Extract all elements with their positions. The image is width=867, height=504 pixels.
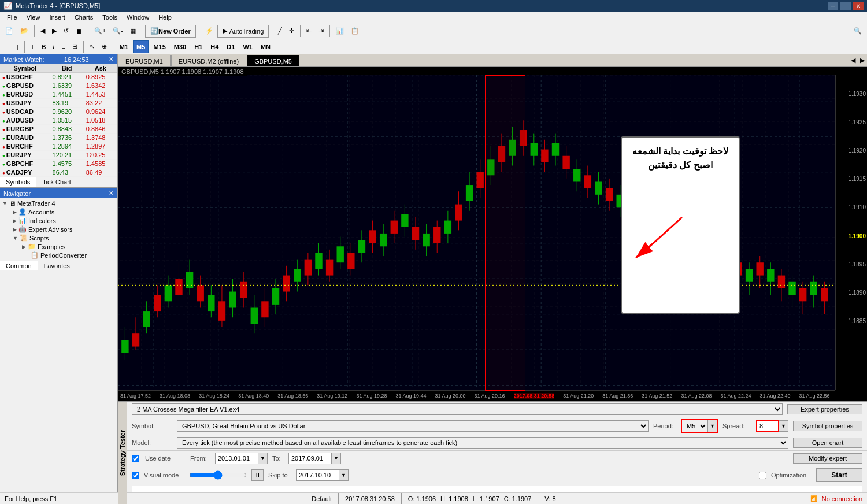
period-m15[interactable]: M15 [150, 40, 169, 53]
chart-tab-eurusd-m1[interactable]: EURUSD,M1 [118, 55, 171, 66]
visual-speed-slider[interactable] [189, 470, 247, 480]
period-mn[interactable]: MN [257, 40, 274, 53]
period-m5[interactable]: M5 [133, 40, 149, 53]
refresh-btn[interactable]: ↺ [61, 25, 72, 38]
symbol-properties-btn[interactable]: Symbol properties [793, 421, 862, 431]
tab-symbols[interactable]: Symbols [0, 177, 36, 187]
chart-type-btn[interactable]: ▦ [127, 25, 139, 38]
spread-dropdown-btn[interactable]: ▼ [779, 420, 788, 432]
to-date-input[interactable] [288, 453, 332, 464]
menu-view[interactable]: View [22, 13, 45, 22]
nav-tab-common[interactable]: Common [0, 261, 38, 270]
nav-tab-favorites[interactable]: Favorites [38, 261, 76, 270]
tool6[interactable]: ⊞ [69, 40, 80, 53]
optimization-checkbox[interactable] [759, 472, 766, 479]
market-watch-row[interactable]: ●EURGBP 0.8843 0.8846 [0, 125, 117, 134]
close-market-watch-btn[interactable]: ✕ [109, 55, 114, 63]
skip-to-btn[interactable]: ▼ [339, 469, 349, 481]
vline-tool[interactable]: | [14, 40, 21, 53]
visual-mode-checkbox[interactable] [132, 472, 139, 479]
chart-scroll-right[interactable]: ⇥ [316, 25, 327, 38]
search-btn[interactable]: 🔍 [851, 25, 865, 38]
symbol-select[interactable]: GBPUSD, Great Britain Pound vs US Dollar [177, 420, 649, 432]
nav-examples[interactable]: ▶ 📁 Examples [1, 242, 116, 251]
period-m1[interactable]: M1 [116, 40, 132, 53]
use-date-checkbox[interactable] [132, 455, 139, 462]
zoom-in-btn[interactable]: 🔍+ [91, 25, 109, 38]
menu-file[interactable]: File [2, 13, 22, 22]
period-dropdown-btn[interactable]: ▼ [707, 420, 717, 432]
menu-insert[interactable]: Insert [45, 13, 70, 22]
menu-charts[interactable]: Charts [70, 13, 98, 22]
bold-tool[interactable]: B [38, 40, 49, 53]
line-btn[interactable]: ╱ [275, 25, 285, 38]
from-date-input[interactable] [215, 453, 258, 464]
market-watch-row[interactable]: ●AUDUSD 1.0515 1.0518 [0, 116, 117, 125]
nav-period-converter[interactable]: 📋 PeriodConverter [1, 251, 116, 260]
nav-accounts[interactable]: ▶ 👤 Accounts [1, 207, 116, 216]
chart-scroll-left[interactable]: ⇤ [303, 25, 314, 38]
tool5[interactable]: ≡ [58, 40, 68, 53]
to-date-btn[interactable]: ▼ [332, 453, 341, 464]
template-btn[interactable]: 📋 [348, 25, 362, 38]
period-m30[interactable]: M30 [171, 40, 190, 53]
chart-scroll-left-btn[interactable]: ◀ [849, 54, 858, 66]
period-w1[interactable]: W1 [239, 40, 256, 53]
nav-indicators[interactable]: ▶ 📊 Indicators [1, 216, 116, 225]
market-watch-row[interactable]: ●USDCAD 0.9620 0.9624 [0, 108, 117, 116]
market-watch-row[interactable]: ●EURJPY 120.21 120.25 [0, 151, 117, 160]
zoom-out-btn[interactable]: 🔍- [110, 25, 126, 38]
market-watch-row[interactable]: ●EURUSD 1.4451 1.4453 [0, 90, 117, 99]
menu-tools[interactable]: Tools [98, 13, 122, 22]
chart-main[interactable]: GBPUSD,M5 1.1907 1.1908 1.1907 1.1908 [118, 67, 867, 401]
market-watch-row[interactable]: ●EURCHF 1.2894 1.2897 [0, 142, 117, 151]
minimize-button[interactable]: ─ [828, 2, 838, 10]
period-select[interactable]: M5 [682, 420, 707, 432]
autotrading-button[interactable]: ▶ AutoTrading [217, 25, 269, 38]
period-h4[interactable]: H4 [207, 40, 222, 53]
chart-tab-eurusd-m2[interactable]: EURUSD,M2 (offline) [171, 55, 246, 66]
expert-properties-btn[interactable]: Expert properties [787, 404, 862, 414]
pause-btn[interactable]: ⏸ [251, 469, 264, 481]
cursor-tool[interactable]: ↖ [87, 40, 98, 53]
spread-input[interactable] [756, 420, 779, 432]
market-watch-row[interactable]: ●CADJPY 86.43 86.49 [0, 168, 117, 177]
crosshair-btn[interactable]: ✛ [286, 25, 297, 38]
menu-help[interactable]: Help [154, 13, 176, 22]
model-select[interactable]: Every tick (the most precise method base… [177, 437, 788, 449]
crosshair-tool[interactable]: ⊕ [99, 40, 110, 53]
text-tool[interactable]: T [28, 40, 38, 53]
market-watch-row[interactable]: ●EURAUD 1.3736 1.3748 [0, 134, 117, 142]
new-btn[interactable]: 📄 [2, 25, 16, 38]
open-btn[interactable]: 📂 [17, 25, 31, 38]
modify-expert-btn[interactable]: Modify expert [793, 453, 862, 464]
stop-btn[interactable]: ⏹ [73, 25, 85, 38]
from-date-btn[interactable]: ▼ [258, 453, 268, 464]
close-navigator-btn[interactable]: ✕ [109, 190, 114, 197]
ea-select[interactable]: 2 MA Crosses Mega filter EA V1.ex4 [132, 403, 783, 415]
chart-scroll-right-btn[interactable]: ▶ [858, 54, 867, 66]
forward-btn[interactable]: ▶ [49, 25, 60, 38]
close-button[interactable]: ✕ [853, 2, 864, 10]
nav-scripts[interactable]: ▼ 📜 Scripts [1, 234, 116, 242]
back-btn[interactable]: ◀ [38, 25, 48, 38]
market-watch-row[interactable]: ●USDCHF 0.8921 0.8925 [0, 73, 117, 81]
market-watch-row[interactable]: ●GBPCHF 1.4575 1.4585 [0, 160, 117, 168]
italic-tool[interactable]: I [50, 40, 57, 53]
skip-to-input[interactable] [296, 469, 339, 481]
maximize-button[interactable]: □ [840, 2, 851, 10]
menu-window[interactable]: Window [122, 13, 154, 22]
nav-metatrader4[interactable]: ▼ 🖥 MetaTrader 4 [1, 199, 116, 207]
nav-expert-advisors[interactable]: ▶ 🤖 Expert Advisors [1, 225, 116, 234]
new-order-button[interactable]: 🔄 New Order [145, 25, 196, 38]
chart-tab-gbpusd-m5[interactable]: GBPUSD,M5 [247, 55, 299, 66]
market-watch-row[interactable]: ●USDJPY 83.19 83.22 [0, 99, 117, 108]
strategy-tester-tab[interactable]: Strategy Tester [118, 402, 127, 504]
indicator-btn[interactable]: 📊 [333, 25, 347, 38]
line-tool[interactable]: ─ [2, 40, 13, 53]
open-chart-btn[interactable]: Open chart [793, 438, 862, 448]
tab-tick-chart[interactable]: Tick Chart [36, 177, 77, 187]
period-d1[interactable]: D1 [223, 40, 238, 53]
start-button[interactable]: Start [816, 468, 862, 482]
market-watch-row[interactable]: ●GBPUSD 1.6339 1.6342 [0, 81, 117, 90]
